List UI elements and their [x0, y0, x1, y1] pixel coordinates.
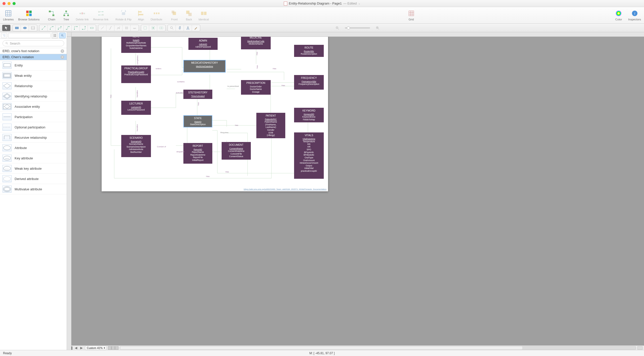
search-input[interactable]: Search [3, 40, 64, 46]
connector-tool-7[interactable] [88, 25, 96, 31]
hand-tool[interactable] [176, 25, 184, 31]
next-page-button[interactable]: ▶ [79, 346, 84, 350]
close-icon[interactable] [3, 2, 6, 5]
entity-report[interactable]: REPORTReportIDReportNameRaportDatetimeRe… [183, 143, 212, 164]
browse-solutions-button[interactable]: Browse Solutions [18, 10, 39, 21]
stencil-chen[interactable]: ERD, Chen's notation ✕ [0, 54, 67, 60]
libraries-button[interactable]: Libraries [3, 10, 14, 21]
reverse-link-button[interactable]: Reverse link [93, 10, 109, 21]
stencil-item[interactable]: Identifying relationship [0, 91, 67, 101]
canvas[interactable]: NOTENoteIDMultidisciplinaryNoteGropuMemb… [67, 32, 644, 350]
pen-tool[interactable] [192, 25, 200, 31]
tree-button[interactable]: Tree [61, 10, 71, 21]
line-tool-2[interactable] [106, 25, 114, 31]
entity-practicalgroup[interactable]: PRACTICALGROUPPracticalGroupIDPracticalG… [121, 65, 151, 83]
zoom-in-button[interactable] [374, 25, 382, 31]
entity-medicine[interactable]: MEDICINEMedicineBarCodeMedicineName [241, 35, 271, 49]
front-button[interactable]: Front [169, 10, 179, 21]
rotate-flip-button[interactable]: Rotate & Flip [115, 10, 132, 21]
select-tool-1[interactable] [141, 25, 149, 31]
stencil-item[interactable]: Associative entity [0, 101, 67, 112]
line-tool-3[interactable] [114, 25, 123, 31]
footer-link[interactable]: https://wiki.smu.edu.sg/is480/IS480_Team… [244, 188, 327, 190]
stencil-item[interactable]: Attribute [0, 143, 67, 153]
hscrollbar[interactable] [120, 346, 636, 350]
connector-tool-4[interactable] [64, 25, 72, 31]
close-icon[interactable]: ✕ [61, 55, 64, 59]
distribute-button[interactable]: Distribute [151, 10, 162, 21]
entity-state[interactable]: STATEStateIDStateDescription [183, 115, 212, 127]
paper[interactable]: NOTENoteIDMultidisciplinaryNoteGropuMemb… [102, 32, 328, 191]
stencil-item[interactable]: Weak key attribute [0, 163, 67, 174]
entity-route[interactable]: ROUTERouteAbbrRouteDescription [294, 45, 324, 57]
entity-frequency[interactable]: FREQUENCYFrequencyAbbrFrequencyDescripti… [294, 75, 324, 90]
stencil-item[interactable]: Derived attribute [0, 174, 67, 184]
label-enters: enters [156, 67, 161, 70]
line-tool-1[interactable] [98, 25, 106, 31]
entity-medhistory[interactable]: MEDICATIONHISTORYMedicineDatetime [183, 60, 226, 73]
entity-attr: PracticalGroupID [122, 71, 150, 74]
chain-button[interactable]: Chain [47, 10, 57, 21]
delete-link-button[interactable]: Delete link [76, 10, 89, 21]
entity-vitals[interactable]: VITALSVitalDatetimeTemperatureRRHRSPOBPs… [294, 132, 324, 179]
line-tool-5[interactable] [131, 25, 139, 31]
stencil-item[interactable]: Optional participation [0, 122, 67, 132]
stencil-item[interactable]: Multivalue attribute [0, 184, 67, 194]
rect-tool[interactable] [13, 25, 21, 31]
grid-view-button[interactable] [52, 33, 58, 38]
close-icon[interactable]: ✕ [61, 49, 64, 53]
stencil-item[interactable]: Key attribute [0, 153, 67, 163]
svg-point-108 [4, 187, 10, 191]
outline-toggle[interactable] [1, 33, 7, 38]
identical-button[interactable]: Identical [198, 10, 209, 21]
stencil-item[interactable]: Recursive relationship [0, 132, 67, 143]
entity-scenario[interactable]: SCENARIOScenarioIDScenarioNameScenarioDe… [121, 135, 151, 157]
sidebar-filter-input[interactable] [8, 33, 51, 38]
align-button[interactable]: Align [136, 10, 146, 21]
stencil-item[interactable]: Weak entity [0, 70, 67, 81]
select-tool-3[interactable] [157, 25, 165, 31]
zoom-out-button[interactable] [333, 25, 341, 31]
page-tab[interactable] [111, 346, 115, 350]
connector-tool-5[interactable] [72, 25, 80, 31]
connector-tool-2[interactable] [48, 25, 56, 31]
entity-attr: StateID [184, 121, 211, 123]
ellipse-tool[interactable] [21, 25, 29, 31]
stencil-item[interactable]: Participation [0, 112, 67, 122]
zoom-slider[interactable] [345, 27, 370, 28]
svg-rect-32 [201, 12, 204, 15]
table-tool[interactable] [29, 25, 37, 31]
entity-patient[interactable]: PATIENTPatientNRICPatientName(FirstName,… [256, 113, 285, 138]
entity-prescription[interactable]: PRESCRIPTIONDoctorOrderDoctorNameDosage [241, 80, 271, 95]
zoom-select[interactable]: Custom 41% [85, 346, 106, 350]
page-tab[interactable] [115, 346, 118, 350]
select-tool-2[interactable] [149, 25, 157, 31]
connector-tool-1[interactable] [39, 25, 48, 31]
entity-lecturer[interactable]: LECTURERLecturerIDLecturerPassword [121, 101, 151, 115]
connector-tool-3[interactable] [56, 25, 64, 31]
pointer-tool[interactable] [2, 25, 10, 31]
expand-button[interactable] [637, 346, 642, 350]
chevron-down-icon[interactable]: ⌄ [358, 2, 360, 5]
svg-point-72 [187, 26, 188, 28]
entity-admin[interactable]: ADMINAdminIDAdminPassword [188, 38, 218, 50]
entity-document[interactable]: DOCUMENTConsentNameConsentDatetimeConcen… [222, 142, 251, 160]
zoom-tool[interactable] [168, 25, 176, 31]
grid-button[interactable]: Grid [406, 10, 416, 21]
entity-statehistory[interactable]: STETEHISTORYTimeActivated [183, 90, 212, 99]
connector-tool-6[interactable] [80, 25, 88, 31]
back-button[interactable]: Back [184, 10, 194, 21]
maximize-icon[interactable] [13, 2, 16, 5]
minimize-icon[interactable] [8, 2, 11, 5]
prev-page-button[interactable]: ◀ [74, 346, 78, 350]
inspectors-button[interactable]: iInspectors [628, 10, 641, 21]
stencil-item[interactable]: Relationship [0, 81, 67, 91]
line-tool-4[interactable] [123, 25, 131, 31]
color-button[interactable]: Color [614, 10, 624, 21]
page-tab[interactable] [108, 346, 111, 350]
entity-keyword[interactable]: KEYWORDKeywordIDKeywordDescFieldsToMap [294, 108, 324, 122]
search-toggle-button[interactable] [59, 33, 66, 38]
avatar-tool[interactable] [184, 25, 192, 31]
stencil-item[interactable]: Entity [0, 60, 67, 70]
stencil-crows-foot[interactable]: ERD, crow's foot notation ✕ [0, 48, 67, 54]
